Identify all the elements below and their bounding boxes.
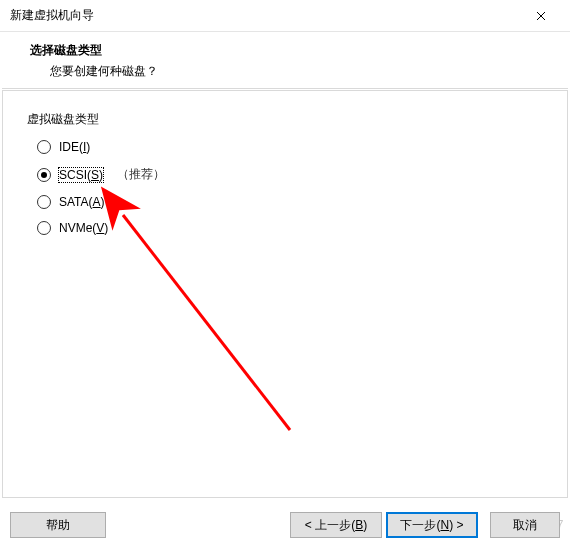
help-button[interactable]: 帮助 xyxy=(10,512,106,538)
radio-ide[interactable]: IDE(I) xyxy=(37,140,543,154)
radio-icon xyxy=(37,140,51,154)
close-icon xyxy=(536,11,546,21)
divider xyxy=(2,88,568,89)
cancel-button[interactable]: 取消 xyxy=(490,512,560,538)
radio-label: IDE(I) xyxy=(59,140,90,154)
radio-icon xyxy=(37,221,51,235)
content-panel: 虚拟磁盘类型 IDE(I) SCSI(S) （推荐） SATA(A) NVMe(… xyxy=(2,90,568,498)
page-title: 选择磁盘类型 xyxy=(30,42,556,59)
window-title: 新建虚拟机向导 xyxy=(10,7,520,24)
wizard-footer: 帮助 < 上一步(B) 下一步(N) > 取消 xyxy=(0,498,570,552)
radio-icon xyxy=(37,168,51,182)
wizard-header: 选择磁盘类型 您要创建何种磁盘？ xyxy=(0,32,570,88)
radio-sata[interactable]: SATA(A) xyxy=(37,195,543,209)
radio-label: SCSI(S) xyxy=(59,168,103,182)
recommend-label: （推荐） xyxy=(117,166,165,183)
titlebar: 新建虚拟机向导 xyxy=(0,0,570,32)
next-button[interactable]: 下一步(N) > xyxy=(386,512,478,538)
radio-label: SATA(A) xyxy=(59,195,105,209)
close-button[interactable] xyxy=(520,2,562,30)
back-button[interactable]: < 上一步(B) xyxy=(290,512,382,538)
radio-icon xyxy=(37,195,51,209)
group-legend: 虚拟磁盘类型 xyxy=(27,111,543,128)
radio-scsi[interactable]: SCSI(S) （推荐） xyxy=(37,166,543,183)
radio-nvme[interactable]: NVMe(V) xyxy=(37,221,543,235)
disk-type-group: 虚拟磁盘类型 IDE(I) SCSI(S) （推荐） SATA(A) NVMe(… xyxy=(3,91,567,267)
page-subtitle: 您要创建何种磁盘？ xyxy=(50,63,556,80)
radio-label: NVMe(V) xyxy=(59,221,108,235)
